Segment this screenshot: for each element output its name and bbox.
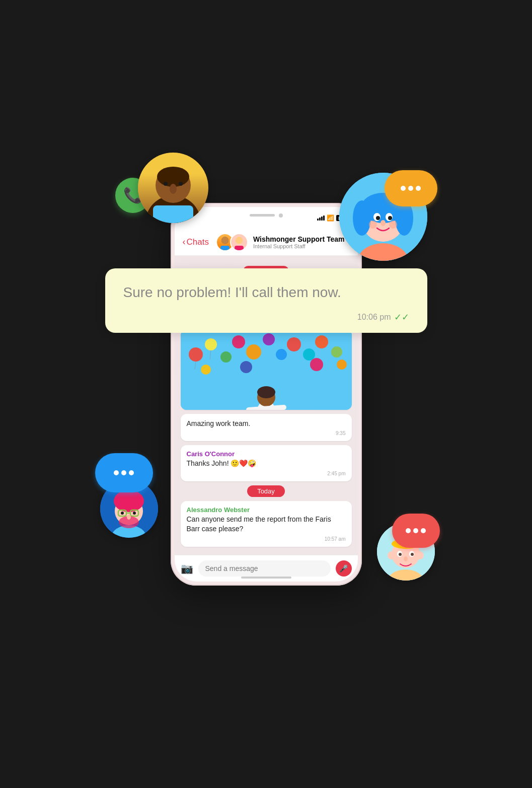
- svg-point-69: [404, 556, 408, 561]
- wifi-icon: 📶: [327, 214, 334, 222]
- front-camera: [279, 213, 283, 218]
- red-dots: [406, 528, 426, 533]
- svg-point-19: [310, 358, 323, 371]
- svg-point-42: [389, 221, 397, 229]
- group-name: Wishmonger Support Team: [253, 235, 350, 243]
- svg-point-31: [164, 182, 168, 186]
- float-bubble-blue: [95, 453, 153, 492]
- svg-point-25: [257, 386, 275, 398]
- status-bar: 📶 ▮▮▮: [175, 207, 358, 229]
- alessandro-message-time: 10:57 am: [187, 536, 346, 542]
- dot-r-3: [421, 528, 426, 533]
- mic-icon: 🎤: [339, 564, 348, 572]
- phone-frame: 📶 ▮▮▮ ‹ Chats: [171, 203, 362, 586]
- svg-line-26: [249, 407, 284, 410]
- svg-point-10: [246, 344, 261, 360]
- svg-point-16: [331, 346, 342, 357]
- signal-icon: [317, 216, 325, 221]
- message-caris: Caris O'Connor Thanks John! 🙂❤️🤪 2:45 pm: [181, 445, 352, 481]
- dot-r-2: [413, 528, 418, 533]
- sender-name-caris: Caris O'Connor: [187, 450, 346, 458]
- dot-3: [416, 186, 421, 191]
- svg-point-20: [337, 360, 347, 370]
- dot-1: [401, 186, 406, 191]
- svg-rect-4: [235, 246, 244, 250]
- svg-rect-1: [220, 246, 230, 250]
- group-avatar: [216, 233, 248, 251]
- balloon-photo: [181, 329, 352, 410]
- svg-point-17: [201, 365, 211, 375]
- svg-point-12: [276, 349, 287, 360]
- dot-b-1: [114, 470, 119, 475]
- svg-point-57: [133, 512, 136, 515]
- svg-point-41: [369, 221, 377, 229]
- speaker: [250, 214, 275, 217]
- svg-point-30: [170, 184, 177, 194]
- today-badge: Today: [247, 485, 285, 497]
- group-avatar-2: [230, 233, 248, 251]
- boss-message-time: 9:35: [187, 431, 346, 436]
- message-alessandro: Alessandro Webster Can anyone send me th…: [181, 501, 352, 547]
- svg-point-6: [189, 347, 203, 362]
- speech-time: 10:06 pm: [357, 313, 391, 322]
- home-bar: [241, 577, 291, 579]
- scene: Sure no problem! I'll call them now. 10:…: [90, 148, 442, 641]
- float-avatar-man: [138, 153, 208, 223]
- svg-point-45: [376, 216, 380, 220]
- caris-message-text: Thanks John! 🙂❤️🤪: [187, 459, 346, 469]
- chevron-left-icon: ‹: [183, 237, 186, 247]
- svg-point-7: [205, 338, 217, 350]
- svg-point-13: [287, 337, 301, 351]
- svg-point-15: [315, 335, 328, 348]
- boss-message-text: Amazing work team.: [187, 419, 346, 429]
- svg-rect-33: [153, 205, 193, 223]
- alessandro-message-text: Can anyone send me the report from the F…: [187, 515, 346, 534]
- svg-point-63: [388, 551, 396, 559]
- svg-point-68: [411, 553, 414, 556]
- mic-button[interactable]: 🎤: [336, 560, 352, 577]
- svg-point-46: [388, 216, 392, 220]
- svg-point-58: [127, 515, 131, 520]
- svg-point-11: [263, 333, 275, 345]
- svg-point-51: [114, 490, 144, 512]
- float-bubble-orange: [385, 170, 437, 206]
- the-boss-section: The Boss: [181, 318, 352, 442]
- group-info: Wishmonger Support Team Internal Support…: [253, 235, 350, 249]
- sender-name-alessandro: Alessandro Webster: [187, 506, 346, 514]
- speech-bubble: Sure no problem! I'll call them now. 10:…: [105, 268, 427, 333]
- boss-text-message: Amazing work team. 9:35: [181, 414, 352, 442]
- caris-message-time: 2:45 pm: [187, 471, 346, 476]
- svg-point-32: [179, 182, 183, 186]
- chats-back-label: Chats: [187, 237, 209, 247]
- svg-point-2: [221, 237, 229, 244]
- svg-point-67: [399, 553, 402, 556]
- svg-point-18: [240, 361, 252, 373]
- svg-point-39: [353, 200, 371, 236]
- svg-point-8: [220, 351, 232, 363]
- chat-header: ‹ Chats Wishmonger Suppo: [175, 229, 358, 256]
- group-subtitle: Internal Support Staff: [253, 243, 350, 249]
- boss-image-message: [181, 329, 352, 410]
- svg-point-64: [416, 551, 424, 559]
- float-bubble-red: [392, 514, 440, 548]
- speech-text: Sure no problem! I'll call them now.: [123, 283, 409, 302]
- svg-point-14: [303, 348, 315, 361]
- message-input[interactable]: [198, 560, 331, 577]
- camera-icon[interactable]: 📷: [181, 562, 193, 575]
- back-button[interactable]: ‹ Chats: [183, 237, 209, 247]
- read-check-icon: ✓✓: [394, 312, 409, 323]
- dot-b-3: [129, 470, 134, 475]
- dot-b-2: [121, 470, 126, 475]
- day-divider-today: Today: [181, 485, 352, 497]
- svg-point-56: [121, 512, 124, 515]
- orange-dots: [401, 186, 421, 191]
- svg-point-9: [232, 335, 245, 348]
- blue-dots: [114, 470, 134, 475]
- svg-point-47: [381, 220, 386, 226]
- dot-2: [408, 186, 413, 191]
- dot-r-1: [406, 528, 411, 533]
- svg-point-3: [236, 237, 243, 244]
